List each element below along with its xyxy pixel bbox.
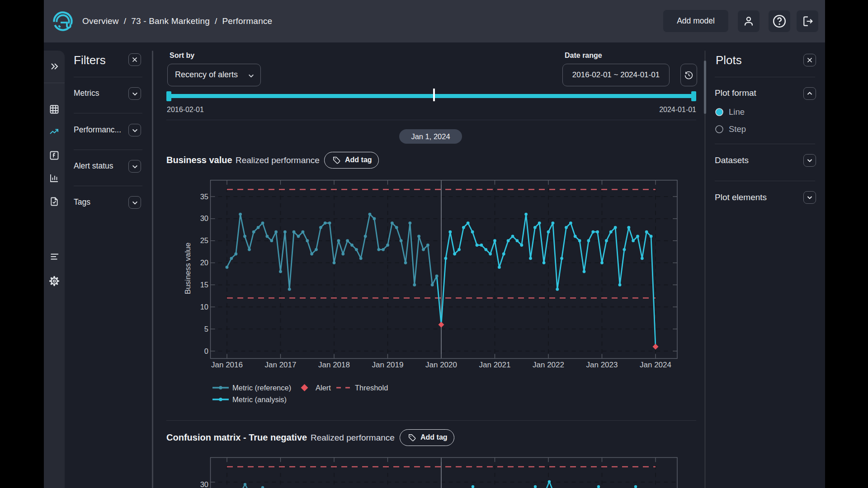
- svg-text:Jan 2018: Jan 2018: [318, 361, 350, 369]
- svg-text:Jan 2024: Jan 2024: [640, 361, 671, 369]
- svg-text:Business value: Business value: [184, 243, 192, 294]
- svg-text:Jan 2022: Jan 2022: [533, 361, 564, 369]
- svg-text:Alert: Alert: [316, 384, 331, 392]
- svg-text:Jan 2021: Jan 2021: [479, 361, 511, 369]
- svg-text:5: 5: [204, 325, 208, 333]
- svg-text:Jan 2023: Jan 2023: [586, 361, 618, 369]
- svg-text:Jan 2019: Jan 2019: [372, 361, 404, 369]
- svg-text:Metric (analysis): Metric (analysis): [232, 395, 287, 404]
- svg-text:15: 15: [200, 281, 208, 289]
- svg-text:Threshold: Threshold: [355, 384, 388, 392]
- svg-text:35: 35: [200, 192, 208, 201]
- svg-text:Jan 2016: Jan 2016: [211, 361, 243, 369]
- svg-text:Metric (reference): Metric (reference): [232, 384, 291, 392]
- svg-text:0: 0: [204, 347, 208, 355]
- svg-text:Jan 2017: Jan 2017: [265, 361, 297, 369]
- svg-text:25: 25: [200, 236, 208, 244]
- svg-text:30: 30: [200, 480, 208, 488]
- svg-text:10: 10: [200, 303, 208, 311]
- svg-text:20: 20: [200, 258, 208, 267]
- svg-text:30: 30: [200, 214, 208, 222]
- svg-text:Jan 2020: Jan 2020: [425, 361, 457, 369]
